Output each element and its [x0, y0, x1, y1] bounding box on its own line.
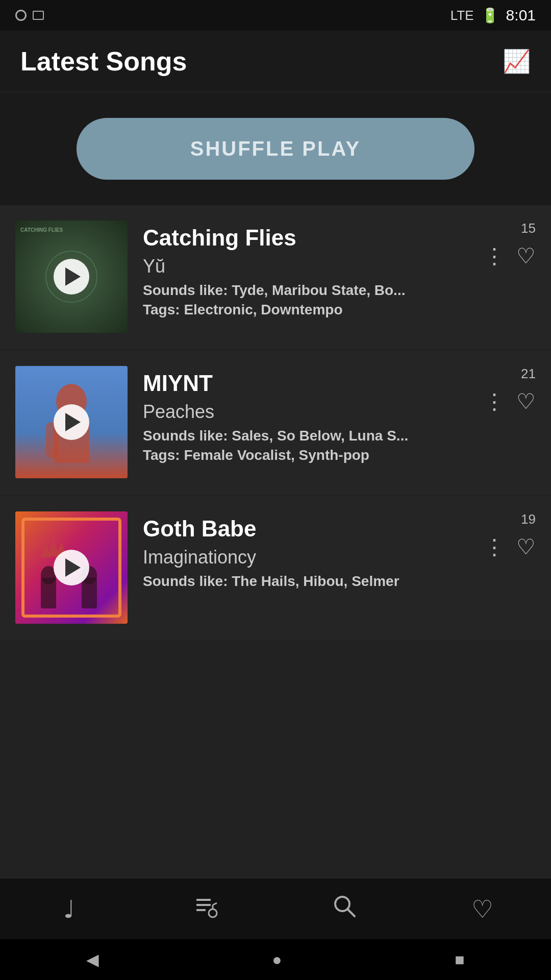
play-button-catching-flies[interactable]: [54, 259, 89, 295]
song-tags: Tags: Female Vocalist, Synth-pop: [143, 447, 484, 463]
song-info-miynt: MIYNT Peaches Sounds like: Sales, So Bel…: [143, 366, 484, 463]
play-button-goth-babe[interactable]: [54, 550, 89, 585]
song-actions-miynt: 21 ⋮ ♡: [484, 366, 536, 414]
list-item: MIYNT Peaches Sounds like: Sales, So Bel…: [0, 351, 551, 494]
more-options-button[interactable]: ⋮: [484, 536, 506, 558]
bottom-navigation: ♩ ♡: [0, 878, 551, 939]
playlist-icon: [194, 894, 219, 924]
back-button[interactable]: ◀: [86, 950, 99, 969]
status-bar: LTE 🔋 8:01: [0, 0, 551, 31]
song-sounds-like: Sounds like: Sales, So Below, Luna S...: [143, 428, 484, 444]
song-title: Goth Babe: [143, 516, 484, 543]
song-info-catching-flies: Catching Flies Yŭ Sounds like: Tyde, Mar…: [143, 220, 484, 318]
song-artist: Yŭ: [143, 256, 484, 277]
shuffle-play-button[interactable]: SHUFFLE PLAY: [77, 118, 474, 180]
page-header: Latest Songs 📈: [0, 31, 551, 92]
song-actions-goth-babe: 19 ⋮ ♡: [484, 511, 536, 559]
song-sounds-like: Sounds like: Tyde, Maribou State, Bo...: [143, 282, 484, 299]
music-note-icon: ♩: [63, 895, 75, 923]
time-display: 8:01: [506, 7, 536, 24]
song-artist: Imaginationcy: [143, 547, 484, 568]
like-count: 21: [521, 366, 536, 382]
play-button-miynt[interactable]: [54, 404, 89, 440]
battery-icon: 🔋: [481, 7, 499, 24]
song-sounds-like: Sounds like: The Hails, Hibou, Selmer: [143, 573, 484, 590]
song-title: Catching Flies: [143, 225, 484, 252]
svg-line-25: [347, 909, 355, 916]
search-icon: [332, 894, 357, 924]
shuffle-section: SHUFFLE PLAY: [0, 92, 551, 205]
like-count: 19: [521, 511, 536, 527]
svg-line-23: [213, 903, 217, 905]
song-artwork-catching-flies[interactable]: CATCHING FLIES: [15, 220, 128, 333]
nav-music[interactable]: ♩: [0, 878, 138, 939]
like-button[interactable]: ♡: [516, 534, 536, 559]
more-options-button[interactable]: ⋮: [484, 391, 506, 412]
trending-icon[interactable]: 📈: [503, 48, 531, 75]
like-button[interactable]: ♡: [516, 243, 536, 268]
heart-icon: ♡: [471, 895, 493, 923]
nav-playlist[interactable]: [138, 878, 276, 939]
list-item: CATCHING FLIES Catching Flies Yŭ Sounds …: [0, 205, 551, 349]
sd-card-icon: [33, 11, 44, 20]
more-options-button[interactable]: ⋮: [484, 246, 506, 267]
lte-icon: LTE: [450, 8, 474, 23]
like-button[interactable]: ♡: [516, 389, 536, 414]
song-info-goth-babe: Goth Babe Imaginationcy Sounds like: The…: [143, 511, 484, 593]
recent-button[interactable]: ■: [455, 950, 464, 969]
action-row: ⋮ ♡: [484, 534, 536, 559]
record-icon: [15, 10, 27, 21]
list-item: Goth Babe Imaginationcy Sounds like: The…: [0, 496, 551, 640]
nav-favorites[interactable]: ♡: [413, 878, 551, 939]
nav-search[interactable]: [276, 878, 413, 939]
song-title: MIYNT: [143, 370, 484, 397]
song-actions-catching-flies: 15 ⋮ ♡: [484, 220, 536, 268]
page-title: Latest Songs: [20, 46, 187, 77]
song-list: CATCHING FLIES Catching Flies Yŭ Sounds …: [0, 205, 551, 878]
action-row: ⋮ ♡: [484, 389, 536, 414]
song-tags: Tags: Electronic, Downtempo: [143, 302, 484, 318]
android-nav-bar: ◀ ● ■: [0, 939, 551, 980]
home-button[interactable]: ●: [272, 950, 282, 969]
svg-point-21: [209, 909, 217, 917]
svg-text:CATCHING FLIES: CATCHING FLIES: [20, 227, 63, 233]
song-artwork-miynt[interactable]: [15, 366, 128, 478]
song-artist: Peaches: [143, 401, 484, 423]
song-artwork-goth-babe[interactable]: [15, 511, 128, 624]
like-count: 15: [521, 220, 536, 236]
status-right-info: LTE 🔋 8:01: [450, 7, 536, 24]
action-row: ⋮ ♡: [484, 243, 536, 268]
status-left-icons: [15, 10, 44, 21]
